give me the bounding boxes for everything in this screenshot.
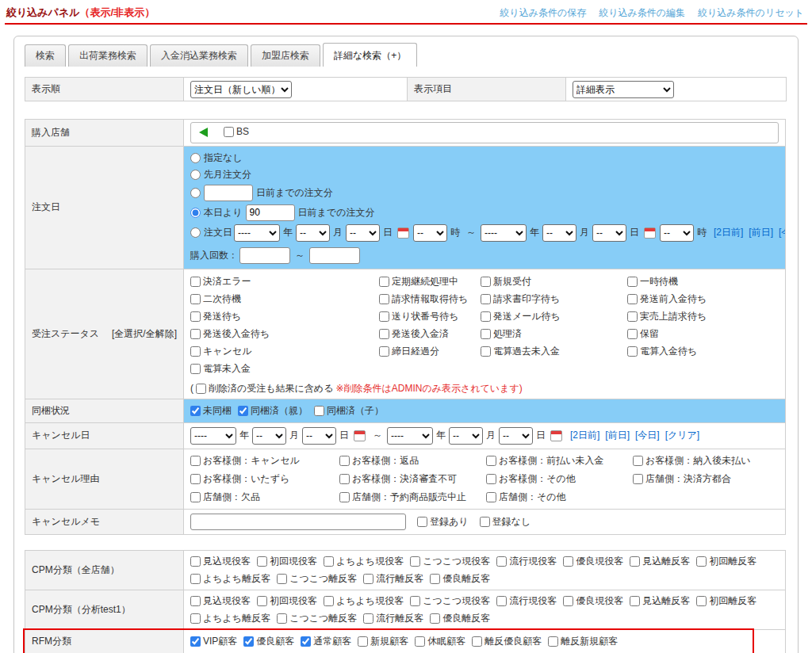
display-items-select[interactable]: 詳細表示 (573, 81, 674, 98)
order-status-checkbox[interactable] (481, 277, 491, 287)
order-status-checkbox[interactable] (481, 329, 491, 339)
cancel-reason-checkbox[interactable] (486, 474, 496, 484)
cpm-all-option[interactable]: こつこつ現役客 (410, 555, 490, 568)
cancel-reason-option[interactable]: お客様側：いたずら (190, 472, 339, 486)
cpm-all-checkbox[interactable] (496, 556, 507, 567)
collapse-left-icon[interactable] (199, 128, 208, 137)
tab-shipping-search[interactable]: 出荷業務検索 (68, 44, 147, 67)
days-before-input[interactable] (246, 204, 295, 221)
cpm-all-option[interactable]: 流行現役客 (496, 555, 557, 568)
order-date-radio[interactable] (190, 188, 201, 198)
cpm-test1-checkbox[interactable] (277, 613, 287, 624)
order-date-range-option[interactable]: 注文日 (190, 226, 232, 239)
cpm-all-option[interactable]: 初回現役客 (257, 555, 317, 568)
cpm-test1-option[interactable]: こつこつ離反客 (277, 612, 357, 625)
year-select[interactable]: ---- (481, 224, 527, 242)
cpm-test1-option[interactable]: よちよち現役客 (324, 594, 404, 608)
cpm-test1-option[interactable]: 流行離反客 (363, 612, 423, 625)
bundle-status-checkbox[interactable] (314, 406, 324, 416)
order-status-checkbox[interactable] (481, 311, 491, 322)
cancel-reason-option[interactable]: 店舗側：その他 (486, 491, 633, 504)
order-status-option[interactable]: キャンセル (190, 345, 379, 358)
day-select[interactable]: -- (302, 427, 336, 445)
cpm-test1-option[interactable]: 初回現役客 (257, 594, 317, 608)
store-bs-option[interactable]: BS (224, 126, 249, 137)
calendar-icon[interactable] (354, 430, 366, 441)
order-status-checkbox[interactable] (379, 277, 389, 287)
cpm-all-checkbox[interactable] (190, 556, 201, 567)
quick-link-2days-ago[interactable]: [2日前] (714, 226, 743, 239)
cpm-test1-checkbox[interactable] (630, 596, 640, 606)
rfm-class-checkbox[interactable] (243, 636, 254, 647)
order-status-checkbox[interactable] (481, 346, 491, 357)
memo-registered-option[interactable]: 登録あり (417, 515, 469, 529)
order-status-option[interactable]: 発送前入金待ち (627, 292, 707, 306)
purchase-count-to-input[interactable] (309, 247, 360, 264)
memo-registered-option[interactable]: 登録なし (480, 515, 531, 529)
cpm-test1-checkbox[interactable] (190, 613, 201, 624)
cpm-test1-checkbox[interactable] (410, 596, 420, 606)
order-status-option[interactable]: 決済エラー (190, 275, 379, 288)
cancel-reason-option[interactable]: お客様側：納入後未払い (633, 454, 779, 468)
bundle-status-option[interactable]: 同梱済（子） (314, 404, 384, 418)
cancel-reason-option[interactable]: お客様側：返品 (339, 454, 486, 468)
order-status-checkbox[interactable] (379, 346, 389, 357)
rfm-class-option[interactable]: 離反優良顧客 (472, 635, 542, 648)
order-status-option[interactable]: 請求書印字待ち (481, 292, 627, 306)
order-status-checkbox[interactable] (379, 329, 389, 339)
cpm-all-checkbox[interactable] (696, 556, 707, 567)
cancel-reason-checkbox[interactable] (486, 492, 496, 502)
rfm-class-checkbox[interactable] (190, 636, 201, 647)
order-status-checkbox[interactable] (627, 346, 638, 357)
store-bs-checkbox[interactable] (224, 127, 234, 137)
order-status-checkbox[interactable] (627, 329, 638, 339)
cpm-test1-option[interactable]: 優良離反客 (430, 612, 490, 625)
cpm-all-option[interactable]: よちよち現役客 (324, 555, 404, 568)
order-status-option[interactable]: 送り状番号待ち (379, 310, 481, 323)
cpm-test1-checkbox[interactable] (190, 596, 201, 606)
order-status-checkbox[interactable] (190, 294, 201, 304)
cpm-all-option[interactable]: 優良離反客 (430, 572, 490, 586)
cancel-reason-checkbox[interactable] (486, 456, 496, 466)
order-status-checkbox[interactable] (379, 311, 389, 322)
day-select[interactable]: -- (499, 427, 533, 445)
quick-link-2days-ago[interactable]: [2日前] (570, 429, 599, 442)
cancel-reason-checkbox[interactable] (190, 492, 201, 502)
order-date-mode-0[interactable]: 指定なし (190, 151, 243, 165)
order-status-option[interactable]: 発送メール待ち (481, 310, 627, 323)
order-status-checkbox[interactable] (627, 277, 638, 287)
order-status-option[interactable]: 一時待機 (627, 275, 707, 288)
calendar-icon[interactable] (644, 227, 656, 239)
rfm-class-option[interactable]: 通常顧客 (301, 635, 351, 648)
rfm-class-checkbox[interactable] (472, 636, 482, 647)
order-date-radio[interactable] (190, 227, 201, 238)
cancel-reason-option[interactable]: お客様側：前払い未入金 (486, 454, 633, 468)
order-date-mode-1[interactable]: 先月注文分 (190, 168, 251, 181)
month-select[interactable]: -- (449, 427, 483, 445)
cancel-reason-option[interactable]: 店舗側：決済方都合 (633, 472, 779, 486)
select-all-link[interactable]: [全選択/全解除] (112, 327, 177, 341)
order-date-mode-2[interactable]: 日前までの注文分 (190, 185, 333, 201)
cpm-all-checkbox[interactable] (410, 556, 420, 567)
rfm-class-checkbox[interactable] (358, 636, 368, 647)
cpm-test1-checkbox[interactable] (496, 596, 507, 606)
cpm-all-checkbox[interactable] (363, 574, 373, 584)
rfm-class-option[interactable]: 休眠顧客 (415, 635, 465, 648)
order-status-checkbox[interactable] (190, 346, 201, 357)
quick-link-yesterday[interactable]: [前日] (605, 429, 630, 442)
order-status-checkbox[interactable] (190, 277, 201, 287)
cpm-all-checkbox[interactable] (190, 574, 201, 584)
reset-conditions-link[interactable]: 絞り込み条件のリセット (698, 7, 804, 18)
cpm-all-option[interactable]: 流行離反客 (363, 572, 423, 586)
order-status-option[interactable]: 実売上請求待ち (627, 310, 707, 323)
cpm-all-checkbox[interactable] (563, 556, 573, 567)
purchase-count-from-input[interactable] (239, 247, 290, 264)
order-status-option[interactable]: 発送待ち (190, 310, 379, 323)
cancel-reason-checkbox[interactable] (339, 492, 350, 502)
cancel-reason-checkbox[interactable] (633, 456, 643, 466)
rfm-class-checkbox[interactable] (415, 636, 425, 647)
rfm-class-option[interactable]: 離反新規顧客 (548, 635, 618, 648)
cpm-all-option[interactable]: こつこつ離反客 (277, 572, 357, 586)
cpm-all-option[interactable]: よちよち離反客 (190, 572, 270, 586)
order-status-option[interactable]: 電算入金待ち (627, 345, 707, 358)
